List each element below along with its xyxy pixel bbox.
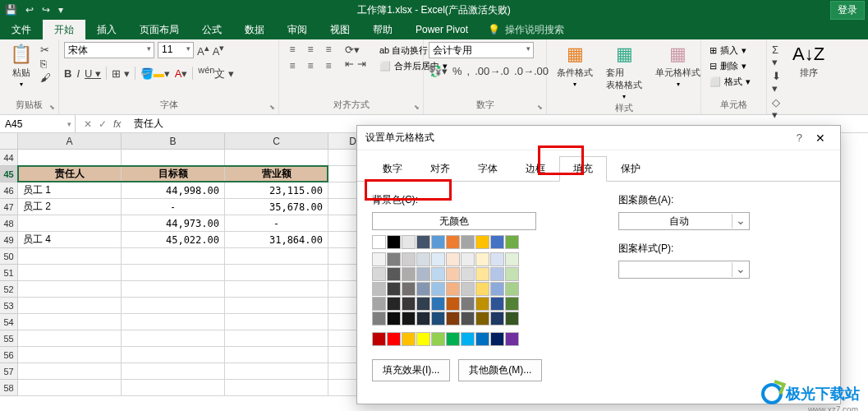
color-swatch[interactable] — [446, 312, 460, 326]
color-swatch[interactable] — [387, 297, 401, 311]
cell[interactable] — [18, 347, 122, 363]
cell[interactable]: 员工 2 — [18, 199, 122, 215]
tab-view[interactable]: 视图 — [319, 20, 361, 39]
row-header[interactable]: 57 — [0, 363, 18, 380]
dialog-tab-protect[interactable]: 保护 — [607, 156, 654, 182]
color-swatch[interactable] — [387, 282, 401, 296]
color-swatch[interactable] — [446, 282, 460, 296]
color-swatch[interactable] — [372, 282, 386, 296]
tab-file[interactable]: 文件 — [0, 20, 43, 39]
color-swatch[interactable] — [461, 267, 475, 281]
color-swatch[interactable] — [490, 332, 504, 346]
delete-cells-button[interactable]: ⊟ 删除 ▾ — [706, 59, 754, 73]
cell[interactable]: - — [122, 199, 225, 215]
cell[interactable] — [225, 347, 328, 363]
color-swatch[interactable] — [402, 235, 416, 249]
cell[interactable]: 员工 1 — [18, 182, 122, 199]
color-swatch[interactable] — [416, 312, 430, 326]
bold-button[interactable]: B — [64, 67, 71, 80]
col-header-A[interactable]: A — [18, 133, 122, 149]
cell[interactable]: 31,864.00 — [225, 232, 328, 248]
cell[interactable] — [225, 330, 328, 347]
tab-review[interactable]: 审阅 — [276, 20, 319, 39]
color-swatch[interactable] — [475, 252, 489, 266]
color-swatch[interactable] — [475, 267, 489, 281]
decrease-indent[interactable]: ⇤ — [345, 58, 354, 70]
color-swatch[interactable] — [461, 297, 475, 311]
color-swatch[interactable] — [461, 332, 475, 346]
name-box[interactable]: A45 — [0, 115, 76, 132]
paste-button[interactable]: 📋 粘贴 ▾ — [5, 42, 37, 90]
cancel-formula-icon[interactable]: ✕ — [84, 118, 92, 130]
cell[interactable] — [225, 150, 328, 166]
cell[interactable] — [18, 281, 122, 298]
cell[interactable]: 目标额 — [122, 166, 225, 182]
row-header[interactable]: 58 — [0, 380, 18, 396]
fill-color-button[interactable]: 🪣▬▾ — [140, 67, 170, 80]
fill-button[interactable]: ⬇ ▾ — [772, 70, 781, 95]
color-swatch[interactable] — [387, 235, 401, 249]
fill-effects-button[interactable]: 填充效果(I)... — [372, 359, 450, 381]
cell[interactable]: - — [225, 215, 328, 232]
col-header-B[interactable]: B — [122, 133, 225, 149]
cell[interactable] — [18, 265, 122, 281]
row-header[interactable]: 56 — [0, 347, 18, 363]
more-colors-button[interactable]: 其他颜色(M)... — [458, 359, 542, 381]
align-center[interactable]: ≡ — [302, 58, 319, 73]
increase-decimal[interactable]: .00→.0 — [475, 65, 509, 77]
color-swatch[interactable] — [490, 282, 504, 296]
border-button[interactable]: ⊞ ▾ — [112, 67, 130, 80]
color-swatch[interactable] — [416, 267, 430, 281]
cell-styles-button[interactable]: ▦ 单元格样式▾ — [650, 42, 705, 90]
cell[interactable] — [122, 330, 225, 347]
color-swatch[interactable] — [431, 267, 445, 281]
dialog-tab-border[interactable]: 边框 — [512, 156, 559, 182]
row-header[interactable]: 46 — [0, 182, 18, 199]
color-swatch[interactable] — [431, 332, 445, 346]
tell-me-search[interactable]: 💡 操作说明搜索 — [488, 20, 564, 39]
sort-filter-button[interactable]: A↓Z 排序 — [788, 42, 829, 81]
color-swatch[interactable] — [446, 252, 460, 266]
color-swatch[interactable] — [387, 312, 401, 326]
row-header[interactable]: 53 — [0, 298, 18, 314]
insert-cells-button[interactable]: ⊞ 插入 ▾ — [706, 44, 754, 58]
color-swatch[interactable] — [416, 252, 430, 266]
color-swatch[interactable] — [490, 312, 504, 326]
cell[interactable] — [18, 380, 122, 396]
color-swatch[interactable] — [475, 312, 489, 326]
pattern-style-select[interactable] — [618, 261, 750, 279]
color-swatch[interactable] — [372, 252, 386, 266]
cell[interactable]: 员工 4 — [18, 232, 122, 248]
align-middle[interactable]: ≡ — [302, 42, 319, 57]
decrease-decimal[interactable]: .0→.00 — [514, 65, 549, 77]
conditional-format-button[interactable]: ▦ 条件格式▾ — [552, 42, 598, 90]
row-header[interactable]: 55 — [0, 330, 18, 347]
color-swatch[interactable] — [490, 267, 504, 281]
login-button[interactable]: 登录 — [830, 1, 865, 20]
cell[interactable]: 44,998.00 — [122, 182, 225, 199]
color-swatch[interactable] — [372, 332, 386, 346]
cell[interactable] — [225, 281, 328, 298]
dialog-tab-fill[interactable]: 填充 — [559, 156, 607, 182]
color-swatch[interactable] — [461, 235, 475, 249]
color-swatch[interactable] — [387, 332, 401, 346]
cell[interactable] — [225, 248, 328, 265]
fx-icon[interactable]: fx — [113, 118, 121, 130]
cell[interactable] — [225, 265, 328, 281]
increase-indent[interactable]: ⇥ — [357, 58, 366, 70]
grow-font-icon[interactable]: A▴ — [197, 43, 209, 58]
tab-data[interactable]: 数据 — [233, 20, 276, 39]
qat-more-icon[interactable]: ▾ — [58, 4, 63, 16]
percent-format[interactable]: % — [452, 65, 462, 77]
color-swatch[interactable] — [372, 312, 386, 326]
row-header[interactable]: 48 — [0, 215, 18, 232]
font-color-button[interactable]: A▾ — [175, 67, 188, 80]
row-header[interactable]: 45 — [0, 166, 18, 182]
tab-help[interactable]: 帮助 — [361, 20, 404, 39]
col-header-C[interactable]: C — [225, 133, 328, 149]
number-format-select[interactable]: 会计专用 — [429, 42, 534, 58]
clear-button[interactable]: ◇ ▾ — [772, 96, 781, 121]
color-swatch[interactable] — [505, 235, 519, 249]
dialog-close-icon[interactable]: ✕ — [809, 130, 832, 146]
copy-icon[interactable]: ⎘ — [40, 58, 51, 70]
